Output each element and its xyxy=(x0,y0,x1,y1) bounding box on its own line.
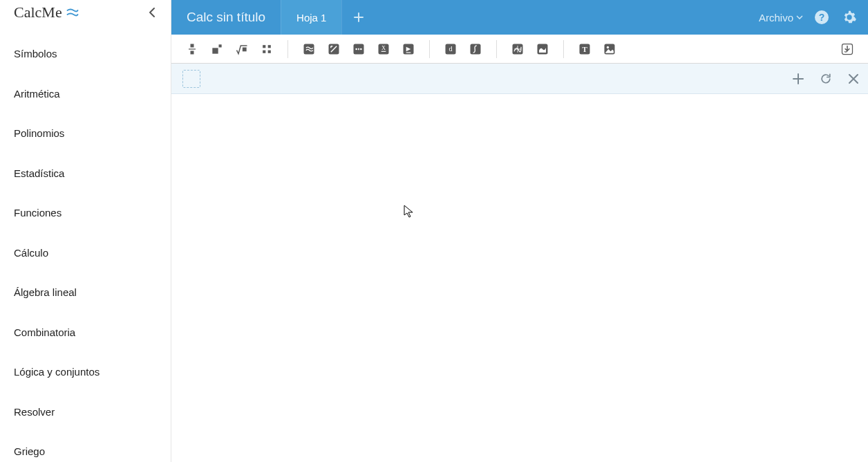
gear-icon xyxy=(842,10,857,25)
sidebar-item-funciones[interactable]: Funciones xyxy=(0,199,171,227)
tool-eval[interactable] xyxy=(396,37,421,62)
tool-xsub[interactable]: X xyxy=(371,37,396,62)
chevron-left-icon xyxy=(149,7,155,18)
toolbar-separator xyxy=(563,40,564,58)
app-logo: CalcMe xyxy=(14,3,79,21)
input-close-button[interactable] xyxy=(846,71,861,86)
plot-fn-icon xyxy=(511,42,525,56)
svg-rect-7 xyxy=(243,47,247,51)
sidebar-item-griego[interactable]: Griego xyxy=(0,438,171,462)
tool-integral[interactable] xyxy=(463,37,488,62)
tool-matrix[interactable] xyxy=(254,37,279,62)
text-icon: T xyxy=(578,42,592,56)
tool-exponent[interactable] xyxy=(205,37,229,62)
doc-title[interactable]: Calc sin título xyxy=(171,0,281,35)
fraction-icon xyxy=(185,42,199,56)
sidebar-item-label: Cálculo xyxy=(14,247,48,259)
refresh-icon xyxy=(819,72,833,86)
root-icon xyxy=(235,42,249,56)
svg-rect-10 xyxy=(263,50,265,53)
sidebar-nav: Símbolos Aritmética Polinomios Estadísti… xyxy=(0,25,171,462)
svg-point-15 xyxy=(355,48,357,50)
sidebar-item-logica-conjuntos[interactable]: Lógica y conjuntos xyxy=(0,358,171,386)
tool-fraction[interactable] xyxy=(180,37,205,62)
tool-image[interactable] xyxy=(597,37,622,62)
file-menu-label: Archivo xyxy=(759,12,793,24)
tool-group-right xyxy=(831,35,864,63)
toolbar-separator xyxy=(496,40,497,58)
sidebar-item-estadistica[interactable]: Estadística xyxy=(0,160,171,187)
svg-point-31 xyxy=(607,46,609,48)
doc-title-text: Calc sin título xyxy=(187,10,265,25)
plot-region-icon xyxy=(536,42,549,56)
help-icon: ? xyxy=(814,10,829,25)
logic-icon xyxy=(327,42,341,56)
tool-plot-region[interactable] xyxy=(530,37,555,62)
sidebar-item-aritmetica[interactable]: Aritmética xyxy=(0,80,171,108)
sidebar-item-calculo[interactable]: Cálculo xyxy=(0,239,171,267)
sidebar-item-label: Polinomios xyxy=(14,127,64,139)
toolbar-separator xyxy=(287,40,288,58)
svg-rect-2 xyxy=(191,44,194,47)
plus-icon xyxy=(792,73,804,85)
sidebar-header: CalcMe xyxy=(0,0,171,25)
topbar: Calc sin título Hoja 1 Archivo ? xyxy=(171,0,868,35)
xsub-icon: X xyxy=(377,42,390,56)
settings-button[interactable] xyxy=(840,8,858,26)
input-add-button[interactable] xyxy=(791,71,806,86)
main: Calc sin título Hoja 1 Archivo ? xyxy=(171,0,868,462)
input-actions xyxy=(791,71,861,86)
svg-text:X: X xyxy=(381,44,386,50)
toolbar-separator xyxy=(429,40,430,58)
sidebar-item-label: Estadística xyxy=(14,167,64,179)
tool-text[interactable]: T xyxy=(572,37,597,62)
tool-approx[interactable] xyxy=(296,37,321,62)
tool-logic[interactable] xyxy=(321,37,346,62)
topbar-right: Archivo ? xyxy=(749,0,868,35)
sidebar-item-algebra-lineal[interactable]: Álgebra lineal xyxy=(0,279,171,306)
plus-icon xyxy=(353,12,364,23)
eval-icon xyxy=(402,42,415,56)
tab-label: Hoja 1 xyxy=(296,12,326,24)
svg-rect-11 xyxy=(268,50,271,53)
sidebar-item-label: Griego xyxy=(14,445,45,457)
svg-rect-6 xyxy=(219,44,222,47)
svg-point-17 xyxy=(360,48,362,50)
tool-group-basic xyxy=(176,35,283,63)
svg-text:?: ? xyxy=(819,12,825,23)
tool-group-eval: X xyxy=(292,35,425,63)
sidebar-item-resolver[interactable]: Resolver xyxy=(0,398,171,426)
tool-interval[interactable] xyxy=(346,37,371,62)
file-menu[interactable]: Archivo xyxy=(759,12,803,24)
exponent-icon xyxy=(210,42,224,56)
tool-group-insert: T xyxy=(568,35,626,63)
tab-add-button[interactable] xyxy=(341,0,375,35)
tab-hoja-1[interactable]: Hoja 1 xyxy=(281,0,341,35)
svg-rect-16 xyxy=(358,48,359,50)
diff-icon: d xyxy=(444,42,457,56)
svg-rect-12 xyxy=(304,44,314,54)
tool-root[interactable] xyxy=(229,37,254,62)
sidebar-item-label: Álgebra lineal xyxy=(14,286,77,298)
tool-plot-fn[interactable] xyxy=(505,37,530,62)
sidebar-item-label: Símbolos xyxy=(14,48,57,59)
approx-icon xyxy=(302,42,316,56)
sidebar-item-combinatoria[interactable]: Combinatoria xyxy=(0,319,171,346)
help-button[interactable]: ? xyxy=(813,8,831,26)
caret-down-icon xyxy=(796,15,803,19)
input-refresh-button[interactable] xyxy=(818,71,833,86)
tool-group-plot xyxy=(501,35,559,63)
close-icon xyxy=(848,73,859,84)
toolbar: X d xyxy=(171,35,868,64)
canvas[interactable] xyxy=(171,94,868,462)
sidebar-collapse-button[interactable] xyxy=(146,4,158,21)
tool-diff[interactable]: d xyxy=(438,37,463,62)
input-row[interactable] xyxy=(171,64,868,94)
input-placeholder-box[interactable] xyxy=(182,70,200,88)
logo-swirl-icon xyxy=(66,7,79,18)
sidebar-item-simbolos[interactable]: Símbolos xyxy=(0,40,171,68)
tool-download-graph[interactable] xyxy=(835,37,860,62)
sidebar-item-polinomios[interactable]: Polinomios xyxy=(0,120,171,147)
sidebar: CalcMe Símbolos Aritmética Polinomios Es… xyxy=(0,0,171,462)
integral-icon xyxy=(469,42,482,56)
